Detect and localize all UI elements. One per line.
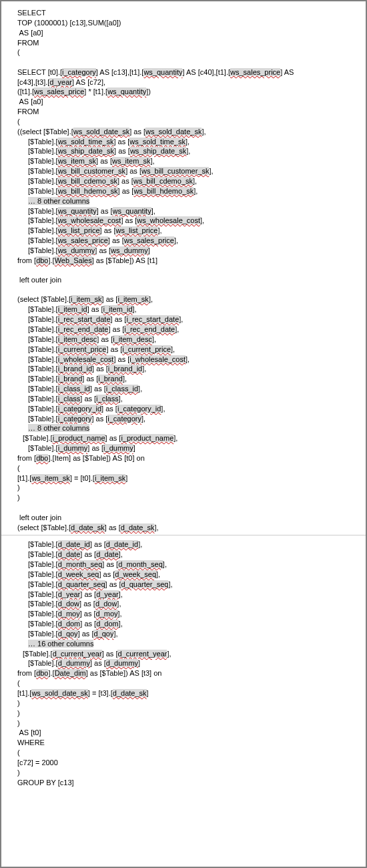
sql-line: [$Table].[ws_list_price] as [ws_list_pri… xyxy=(17,226,350,236)
column-ref: i_rec_start_date xyxy=(58,315,111,323)
sql-line: ( xyxy=(17,47,350,57)
column-ref: d_date_sk xyxy=(71,523,105,531)
sql-line: left outer join xyxy=(17,275,350,285)
column-ref: i_product_name xyxy=(121,434,173,442)
column-ref: i_category_id xyxy=(117,405,161,413)
sql-line: ) xyxy=(17,768,350,778)
table-ref: Web_Sales xyxy=(55,256,92,264)
column-ref: ws_wholesale_cost xyxy=(58,216,121,224)
column-ref: d_current_year xyxy=(53,650,102,658)
sql-line: [$Table].[d_dom] as [d_dom], xyxy=(17,619,350,629)
column-ref: ws_bill_hdemo_sk xyxy=(133,187,194,195)
table-ref: Date_dim xyxy=(55,669,86,677)
sql-line: [$Table].[d_year] as [d_year], xyxy=(17,590,350,600)
column-ref: d_month_seq xyxy=(58,560,103,568)
column-ref: d_date xyxy=(96,550,119,558)
sql-line: ) xyxy=(17,698,350,708)
column-ref: d_dummy xyxy=(106,659,138,667)
sql-document: SELECT TOP (1000001) [c13],SUM([a0]) AS … xyxy=(0,0,367,868)
sql-line: SELECT xyxy=(17,8,350,18)
sql-section-1: SELECT TOP (1000001) [c13],SUM([a0]) AS … xyxy=(1,8,366,532)
column-ref: d_year xyxy=(58,590,81,598)
column-ref: d_date_sk xyxy=(113,689,147,697)
sql-line: [$Table].[i_rec_start_date] as [i_rec_st… xyxy=(17,314,350,324)
column-ref: d_quarter_seq xyxy=(121,580,168,588)
column-ref: ws_sold_time_sk xyxy=(129,138,186,146)
sql-line: from [dbo].[Date_dim] as [$Table]) AS [t… xyxy=(17,668,350,678)
sql-line: [$Table].[d_quarter_seq] as [d_quarter_s… xyxy=(17,580,350,590)
column-ref: i_item_id xyxy=(103,305,133,313)
sql-line: ( xyxy=(17,748,350,758)
sql-line: (select [$Table].[i_item_sk] as [i_item_… xyxy=(17,294,350,304)
sql-line: [$Table].[ws_bill_customer_sk] as [ws_bi… xyxy=(17,166,350,176)
sql-line: [$Table].[ws_sales_price] as [ws_sales_p… xyxy=(17,236,350,246)
column-ref: d_qoy xyxy=(58,630,78,638)
column-ref: i_item_desc xyxy=(58,335,97,343)
sql-line: [$Table].[ws_ship_date_sk] as [ws_ship_d… xyxy=(17,146,350,156)
column-ref: i_item_id xyxy=(58,305,87,313)
omitted-columns: … 8 other columns xyxy=(17,196,350,206)
omitted-columns: … 8 other columns xyxy=(17,423,350,433)
column-ref: ws_item_sk xyxy=(58,157,96,165)
column-ref: d_week_seq xyxy=(115,570,156,578)
sql-line: [$Table].[i_class] as [i_class], xyxy=(17,394,350,404)
column-ref: ws_sold_date_sk xyxy=(73,128,129,136)
column-ref: ws_sold_date_sk xyxy=(145,128,202,136)
column-ref: i_rec_end_date xyxy=(58,325,109,333)
column-ref: i_category xyxy=(107,415,141,423)
column-ref: d_date xyxy=(58,550,81,558)
sql-line: AS [a0] xyxy=(17,97,350,107)
column-ref: i_rec_end_date xyxy=(124,325,175,333)
omitted-columns: … 16 other columns xyxy=(17,639,350,649)
column-ref: d_moy xyxy=(96,610,118,618)
sql-line: FROM xyxy=(17,38,350,48)
column-ref: ws_sold_time_sk xyxy=(58,138,114,146)
sql-line: [$Table].[i_item_id] as [i_item_id], xyxy=(17,304,350,314)
column-ref: i_category xyxy=(58,415,92,423)
column-ref: ws_dummy xyxy=(58,246,95,254)
sql-line: [$Table].[d_week_seq] as [d_week_seq], xyxy=(17,570,350,580)
column-ref: ws_ship_date_sk xyxy=(130,147,186,155)
column-ref: i_brand_id xyxy=(108,365,142,373)
column-ref: i_category_id xyxy=(58,405,101,413)
column-ref: ws_quantity xyxy=(107,87,146,95)
column-ref: i_rec_start_date xyxy=(126,315,179,323)
sql-line: [t1].[ws_item_sk] = [t0].[i_item_sk] xyxy=(17,473,350,483)
column-ref: d_dow xyxy=(95,600,117,608)
sql-line: FROM xyxy=(17,107,350,117)
column-ref: i_item_sk xyxy=(95,474,125,482)
sql-line: [t1].[ws_sold_date_sk] = [t3].[d_date_sk… xyxy=(17,688,350,698)
sql-line: [$Table].[i_rec_end_date] as [i_rec_end_… xyxy=(17,324,350,335)
column-ref: i_brand_id xyxy=(58,365,92,373)
sql-line: ( xyxy=(17,117,350,127)
sql-line: [$Table].[ws_item_sk] as [ws_item_sk], xyxy=(17,156,350,166)
sql-line: [$Table].[ws_bill_cdemo_sk] as [ws_bill_… xyxy=(17,176,350,186)
column-ref: ws_ship_date_sk xyxy=(58,147,114,155)
column-ref: i_class_id xyxy=(106,385,138,393)
column-ref: d_date_id xyxy=(106,540,138,548)
sql-line: left outer join xyxy=(17,513,350,523)
column-ref: ws_bill_hdemo_sk xyxy=(58,187,118,195)
sql-line: [$Table].[i_category_id] as [i_category_… xyxy=(17,404,350,414)
column-ref: ws_item_sk xyxy=(31,474,69,482)
column-ref: ws_sales_price xyxy=(58,236,108,244)
column-ref: i_item_sk xyxy=(117,295,148,303)
sql-line: [$Table].[i_item_desc] as [i_item_desc], xyxy=(17,335,350,345)
column-ref: d_month_seq xyxy=(118,560,163,568)
column-ref: i_product_name xyxy=(53,434,105,442)
sql-line: ((select [$Table].[ws_sold_date_sk] as [… xyxy=(17,127,350,137)
column-ref: d_quarter_seq xyxy=(58,580,105,588)
column-ref: ws_quantity xyxy=(113,207,151,215)
column-ref: i_category xyxy=(62,68,96,76)
schema-ref: dbo xyxy=(36,454,48,462)
column-ref: ws_item_sk xyxy=(112,157,150,165)
column-ref: ws_bill_customer_sk xyxy=(141,167,209,175)
column-ref: ws_wholesale_cost xyxy=(137,216,200,224)
sql-line: from [dbo].[Item] as [$Table]) AS [t0] o… xyxy=(17,453,350,463)
column-ref: ws_dummy xyxy=(111,246,148,254)
sql-line: ) xyxy=(17,718,350,728)
column-ref: ws_quantity xyxy=(58,207,97,215)
sql-line: [$Table].[ws_bill_hdemo_sk] as [ws_bill_… xyxy=(17,186,350,196)
column-ref: i_current_price xyxy=(58,345,107,353)
sql-line: [$Table].[d_dow] as [d_dow], xyxy=(17,599,350,609)
